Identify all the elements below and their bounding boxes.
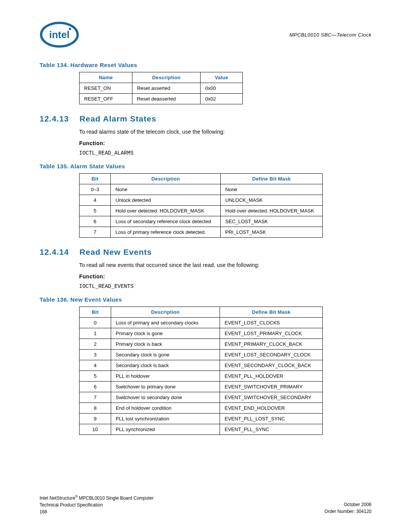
table-136-h0: Bit <box>80 307 111 318</box>
table-row: 5Hold over detected. HOLDOVER_MASKHold o… <box>80 206 323 216</box>
table-135-h0: Bit <box>80 174 111 184</box>
table-136-h1: Description <box>111 307 220 318</box>
svg-text:intel: intel <box>49 29 69 40</box>
table-134-caption: Table 134. Hardware Reset Values <box>40 62 371 68</box>
footer-right: October 2006 Order Number: 304120 <box>325 494 371 515</box>
section-14-body: To read all new events that occurred sin… <box>79 262 371 268</box>
footer-order-number: Order Number: 304120 <box>325 508 371 515</box>
section-number: 12.4.13 <box>40 114 69 123</box>
intel-logo: intel <box>40 21 79 48</box>
function-code: IOCTL_READ_ALARMS <box>79 150 371 156</box>
header-doc-title: MPCBL0010 SBC—Telecom Clock <box>290 32 371 38</box>
function-label: Function: <box>79 140 371 146</box>
table-134-h1: Description <box>132 72 200 83</box>
table-row: 0–3NoneNone <box>80 184 323 195</box>
function-code: IOCTL_READ_EVENTS <box>79 283 371 289</box>
table-row: 7Switchover to secondary doneEVENT_SWITC… <box>80 392 323 403</box>
table-134: Name Description Value RESET_ON Reset as… <box>79 72 243 104</box>
table-row: 8End of holdover conditionEVENT_END_HOLD… <box>80 403 323 414</box>
table-row: 1Primary clock is goneEVENT_LOST_PRIMARY… <box>80 328 323 339</box>
table-row: 0Loss of primary and secondary clocksEVE… <box>80 318 323 328</box>
function-label: Function: <box>79 273 371 280</box>
footer-left: Intel NetStructure® MPCBL0010 Single Boa… <box>40 494 153 515</box>
footer-product-a: Intel NetStructure <box>40 495 75 501</box>
footer-date: October 2006 <box>325 501 371 508</box>
table-135-h1: Description <box>111 174 221 184</box>
table-row: 9PLL lost synchronizationEVENT_PLL_LOST_… <box>80 414 323 424</box>
table-136: Bit Description Define Bit Mask 0Loss of… <box>79 307 323 435</box>
section-12-4-14-heading: 12.4.14 Read New Events <box>40 248 371 257</box>
table-136-caption: Table 136. New Event Values <box>40 296 371 303</box>
table-row: 6Switchover to primary doneEVENT_SWITCHO… <box>80 382 323 392</box>
table-row: 3Secondary clock is goneEVENT_LOST_SECON… <box>80 350 323 360</box>
section-12-4-13-heading: 12.4.13 Read Alarm States <box>40 114 371 123</box>
table-row: RESET_OFF Reset deasserted 0x02 <box>80 94 243 104</box>
section-number: 12.4.14 <box>40 248 69 257</box>
section-13-body: To read alarms state of the telecom cloc… <box>79 129 371 135</box>
section-title: Read Alarm States <box>80 114 156 123</box>
table-row: 4Secondary clock is backEVENT_SECONDARY_… <box>80 360 323 371</box>
table-row: 6Loss of secondary reference clock detec… <box>80 216 323 227</box>
page-footer: Intel NetStructure® MPCBL0010 Single Boa… <box>40 494 371 515</box>
table-row: RESET_ON Reset asserted 0x00 <box>80 83 243 94</box>
footer-page-number: 168 <box>40 508 153 515</box>
table-row: 10PLL synchronizedEVENT_PLL_SYNC <box>80 424 323 435</box>
page-header: intel MPCBL0010 SBC—Telecom Clock <box>40 21 371 48</box>
table-row: 4Unlock detectedUNLOCK_MASK <box>80 195 323 206</box>
section-title: Read New Events <box>80 248 152 257</box>
table-row: 5PLL in holdoverEVENT_PLL_HOLDOVER <box>80 371 323 382</box>
table-row: 7Loss of primary reference clock detecte… <box>80 227 323 238</box>
svg-point-2 <box>69 28 71 30</box>
table-135: Bit Description Define Bit Mask 0–3NoneN… <box>79 173 323 238</box>
table-134-h2: Value <box>201 72 243 83</box>
table-135-h2: Define Bit Mask <box>221 174 323 184</box>
table-row: 2Primary clock is backEVENT_PRIMARY_CLOC… <box>80 339 323 350</box>
table-135-caption: Table 135. Alarm State Values <box>40 163 371 169</box>
footer-product-b: MPCBL0010 Single Board Computer <box>78 495 153 501</box>
table-134-h0: Name <box>80 72 132 83</box>
footer-spec: Technical Product Specification <box>40 502 153 508</box>
table-136-h2: Define Bit Mask <box>220 307 323 318</box>
